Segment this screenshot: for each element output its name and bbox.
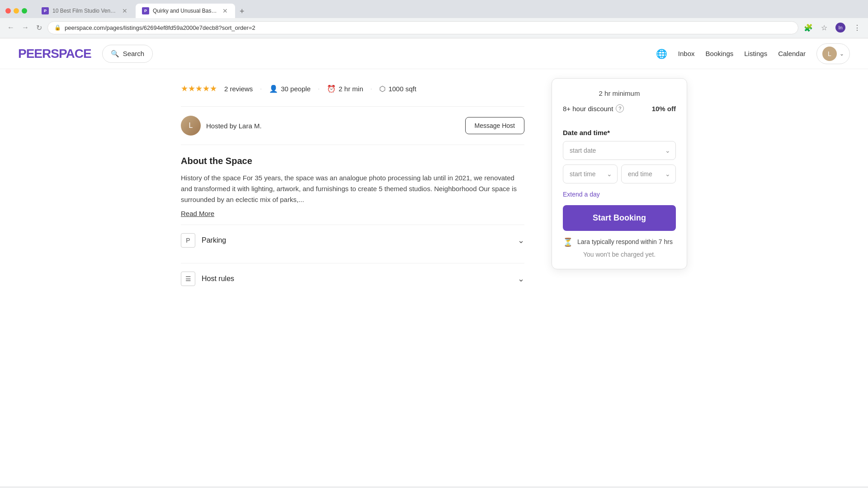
right-column: 2 hr minimum 8+ hour discount ? 10% off … [552,78,687,294]
message-host-button[interactable]: Message Host [465,117,524,134]
star-rating: ★★★★★ [181,84,217,94]
start-booking-button[interactable]: Start Booking [563,205,676,231]
browser-tab-1[interactable]: P 10 Best Film Studio Venues - Lo... ✕ [35,4,135,18]
accordion-parking-left: P Parking [181,233,226,248]
booking-card: 2 hr minimum 8+ hour discount ? 10% off … [552,78,687,269]
reviews-count: 2 reviews [224,85,253,93]
start-date-wrapper: start date ⌄ [563,141,676,160]
avatar: L [822,47,837,61]
chevron-down-icon: ⌄ [840,51,844,57]
response-info: ⏳ Lara typically respond within 7 hrs [563,237,676,247]
nav-inbox[interactable]: Inbox [678,50,695,57]
discount-text: 8+ hour discount [563,105,613,113]
forward-button[interactable]: → [20,22,31,33]
sqft-text: 1000 sqft [388,85,416,93]
response-text: Lara typically respond within 7 hrs [577,238,673,247]
sqft-item: ⬡ 1000 sqft [379,84,416,93]
window-minimize-btn[interactable] [14,8,19,14]
main-nav: 🌐 Inbox Bookings Listings Calendar L ⌄ [656,43,850,64]
back-button[interactable]: ← [5,22,16,33]
date-time-section: Date and time* start date ⌄ start time ⌄ [563,129,676,183]
min-hours-text: 2 hr min [339,85,363,93]
host-avatar: L [181,116,201,136]
nav-listings[interactable]: Listings [744,50,767,57]
capacity-text: 30 people [281,85,311,93]
hours-item: ⏰ 2 hr min [327,84,363,93]
scroll-left-arrow[interactable]: ‹ [2,486,8,488]
address-text: peerspace.com/pages/listings/62694ef8fd5… [65,24,792,31]
space-description: History of the space For 35 years, the s… [181,173,524,205]
parking-label: Parking [202,236,226,244]
discount-info-icon[interactable]: ? [616,104,624,113]
capacity-item: 👤 30 people [269,84,311,93]
browser-tabs: P 10 Best Film Studio Venues - Lo... ✕ P… [35,4,248,18]
tab-title-1: 10 Best Film Studio Venues - Lo... [52,8,118,14]
host-rules-icon: ☰ [181,272,195,286]
host-rules-label: Host rules [202,275,234,283]
scroll-right-arrow[interactable]: › [860,486,866,488]
start-time-wrapper: start time ⌄ [563,164,618,183]
people-icon: 👤 [269,84,278,93]
about-title: About the Space [181,156,524,166]
accordion-host-rules-header[interactable]: ☰ Host rules ⌄ [181,263,524,294]
area-icon: ⬡ [379,84,386,93]
window-maximize-btn[interactable] [22,8,27,14]
nav-bookings[interactable]: Bookings [706,50,734,57]
meta-dot-2: · [318,85,320,92]
start-date-select[interactable]: start date [563,141,676,160]
tab-title-2: Quirky and Unusual Basement S... [153,8,218,14]
parking-symbol: P [186,237,190,244]
no-charge-text: You won't be charged yet. [563,251,676,258]
tab-close-2[interactable]: ✕ [222,7,229,14]
address-bar[interactable]: 🔒 peerspace.com/pages/listings/62694ef8f… [47,21,798,34]
accordion-parking-header[interactable]: P Parking ⌄ [181,225,524,256]
tab-favicon-2: P [142,7,149,14]
star-icon[interactable]: ☆ [819,22,829,34]
extend-day-link[interactable]: Extend a day [563,191,676,198]
parking-chevron-icon: ⌄ [518,235,524,245]
reload-button[interactable]: ↻ [34,22,44,34]
discount-label: 8+ hour discount ? [563,104,624,113]
extensions-icon[interactable]: 🧩 [802,22,815,34]
response-clock-icon: ⏳ [563,237,573,247]
avatar-initial: L [828,50,831,57]
window-close-btn[interactable] [5,8,11,14]
menu-icon[interactable]: ⋮ [852,22,863,34]
discount-value: 10% off [652,105,676,113]
search-label: Search [123,50,145,57]
min-hours-display: 2 hr minimum [563,89,676,97]
search-icon: 🔍 [111,50,119,58]
profile-icon[interactable]: In [834,21,847,34]
parking-icon: P [181,233,195,248]
end-time-wrapper: end time ⌄ [621,164,676,183]
globe-icon[interactable]: 🌐 [656,48,667,59]
browser-tab-2[interactable]: P Quirky and Unusual Basement S... ✕ [136,4,235,18]
end-time-select[interactable]: end time [621,164,676,183]
start-time-select[interactable]: start time [563,164,618,183]
site-header: PEERSPACE 🔍 Search 🌐 Inbox Bookings List… [0,38,868,69]
tab-favicon-1: P [42,7,49,14]
host-row: L Hosted by Lara M. Message Host [181,106,524,145]
lock-icon: 🔒 [54,24,61,31]
new-tab-button[interactable]: + [236,5,248,18]
logo[interactable]: PEERSPACE [18,47,91,61]
search-button[interactable]: 🔍 Search [102,45,153,63]
host-name: Hosted by Lara M. [206,122,262,130]
user-menu[interactable]: L ⌄ [816,43,850,64]
time-row: start time ⌄ end time ⌄ [563,164,676,183]
date-time-label: Date and time* [563,129,676,136]
read-more-link[interactable]: Read More [181,210,214,217]
nav-calendar[interactable]: Calendar [778,50,806,57]
clock-icon: ⏰ [327,84,336,93]
about-section: About the Space History of the space For… [181,156,524,217]
tab-close-1[interactable]: ✕ [121,7,128,14]
accordion-host-rules: ☰ Host rules ⌄ [181,263,524,294]
host-avatar-initial: L [189,122,193,130]
left-column: ★★★★★ 2 reviews · 👤 30 people · ⏰ 2 hr m… [181,78,524,294]
listing-meta: ★★★★★ 2 reviews · 👤 30 people · ⏰ 2 hr m… [181,78,524,99]
host-rules-symbol: ☰ [185,275,191,282]
host-info: L Hosted by Lara M. [181,116,262,136]
header-left: PEERSPACE 🔍 Search [18,45,153,63]
meta-dot-3: · [370,85,372,92]
meta-dot-1: · [260,85,262,92]
